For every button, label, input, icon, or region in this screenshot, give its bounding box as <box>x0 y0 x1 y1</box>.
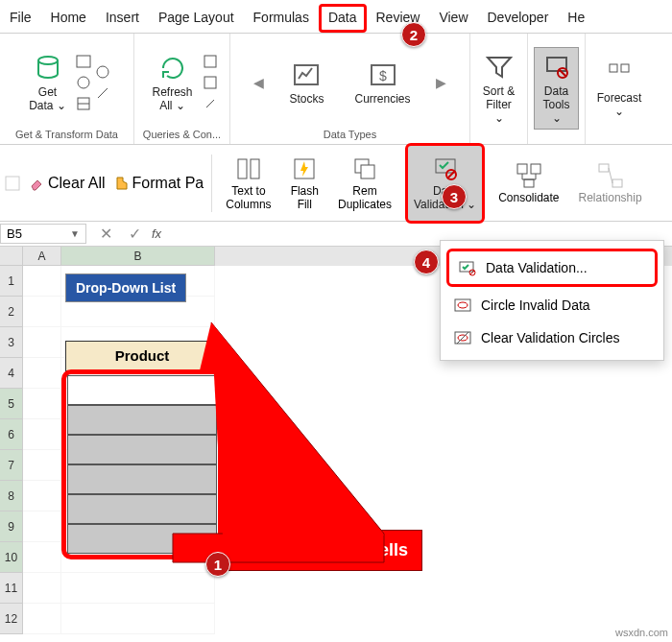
from-text-icon[interactable] <box>76 54 91 69</box>
tab-developer[interactable]: Developer <box>478 4 559 33</box>
svg-rect-1 <box>77 56 90 67</box>
chevron-down-icon[interactable]: ▼ <box>70 228 80 239</box>
relationships-button[interactable]: Relationship <box>573 158 648 208</box>
refresh-all-button[interactable]: Refresh All ⌄ <box>146 49 198 116</box>
select-all-corner[interactable] <box>0 247 23 266</box>
data-tools-icon <box>541 52 572 83</box>
sort-filter-button[interactable]: Sort & Filter ⌄ <box>476 48 521 129</box>
currencies-button[interactable]: $ Currencies <box>348 56 416 109</box>
blank-icon[interactable] <box>4 175 21 192</box>
menu-item-clear-circles[interactable]: Clear Validation Circles <box>444 321 660 354</box>
menu-item-label: Circle Invalid Data <box>481 297 590 313</box>
stocks-icon <box>291 59 322 90</box>
relationships-icon <box>597 162 624 189</box>
row-header[interactable]: 2 <box>0 297 23 327</box>
text-to-columns-label: Text to Columns <box>226 184 271 211</box>
row-header[interactable]: 10 <box>0 542 23 573</box>
forecast-button[interactable]: Forecast ⌄ <box>591 55 648 122</box>
cell[interactable] <box>23 573 61 604</box>
row-header[interactable]: 11 <box>0 573 23 604</box>
tab-insert[interactable]: Insert <box>96 4 149 33</box>
tab-file[interactable]: File <box>0 4 41 33</box>
tab-home[interactable]: Home <box>41 4 96 33</box>
text-to-columns-icon <box>235 155 262 182</box>
get-data-small-buttons <box>76 54 91 111</box>
cell[interactable] <box>23 358 61 389</box>
row-header[interactable]: 5 <box>0 389 23 419</box>
menu-item-circle-invalid[interactable]: Circle Invalid Data <box>444 289 660 321</box>
svg-line-24 <box>447 171 455 178</box>
row-header[interactable]: 3 <box>0 327 23 358</box>
stocks-label: Stocks <box>289 92 324 106</box>
svg-rect-16 <box>6 177 19 190</box>
col-header-a[interactable]: A <box>23 247 61 266</box>
data-validation-button[interactable]: Data Validation ⌄ <box>405 143 485 224</box>
cell[interactable] <box>61 604 215 634</box>
cell[interactable] <box>23 266 61 297</box>
row-header[interactable]: 8 <box>0 481 23 511</box>
svg-rect-25 <box>517 164 527 174</box>
cell[interactable] <box>23 450 61 481</box>
data-validation-menu: Data Validation... Circle Invalid Data C… <box>440 240 664 361</box>
sort-filter-label: Sort & Filter ⌄ <box>482 84 516 125</box>
cell[interactable] <box>23 481 61 511</box>
row-header[interactable]: 9 <box>0 511 23 542</box>
fx-label[interactable]: fx <box>144 226 169 241</box>
recent-sources-icon[interactable] <box>95 64 110 80</box>
tab-view[interactable]: View <box>429 4 477 33</box>
col-header-b[interactable]: B <box>61 247 215 266</box>
get-data-button[interactable]: Get Data ⌄ <box>23 49 72 116</box>
properties-icon[interactable] <box>203 75 218 90</box>
paintbrush-icon <box>113 176 129 191</box>
cell[interactable] <box>23 604 61 634</box>
nav-right-icon[interactable]: ▶ <box>436 75 446 90</box>
svg-rect-28 <box>599 164 609 172</box>
fx-confirm-icon[interactable]: ✓ <box>125 225 144 243</box>
cell[interactable] <box>23 327 61 358</box>
row-header[interactable]: 6 <box>0 419 23 450</box>
row-header[interactable]: 7 <box>0 450 23 481</box>
remove-duplicates-button[interactable]: Rem Duplicates <box>332 152 397 215</box>
svg-rect-21 <box>361 165 374 178</box>
data-tools-button[interactable]: Data Tools ⌄ <box>534 47 579 130</box>
existing-conn-icon[interactable] <box>95 85 110 101</box>
format-painter-button[interactable]: Format Pa <box>113 175 204 192</box>
cell[interactable] <box>23 511 61 542</box>
tab-page-layout[interactable]: Page Layout <box>149 4 244 33</box>
svg-rect-29 <box>612 179 622 187</box>
consolidate-icon <box>516 162 542 189</box>
flash-fill-button[interactable]: Flash Fill <box>285 152 324 215</box>
svg-rect-17 <box>238 159 247 178</box>
remove-duplicates-label: Rem Duplicates <box>338 184 392 211</box>
from-table-icon[interactable] <box>76 96 91 111</box>
svg-line-30 <box>609 168 612 183</box>
edit-links-icon[interactable] <box>203 96 218 111</box>
cell[interactable] <box>23 419 61 450</box>
name-box[interactable]: B5 ▼ <box>0 224 86 244</box>
queries-icon[interactable] <box>203 54 218 69</box>
row-header[interactable]: 12 <box>0 604 23 634</box>
cell[interactable] <box>23 389 61 419</box>
cell[interactable] <box>61 573 215 604</box>
nav-left-icon[interactable]: ◀ <box>253 75 264 90</box>
text-to-columns-button[interactable]: Text to Columns <box>220 152 276 215</box>
cell[interactable] <box>23 542 61 573</box>
tab-formulas[interactable]: Formulas <box>244 4 319 33</box>
consolidate-button[interactable]: Consolidate <box>492 158 564 208</box>
from-web-icon[interactable] <box>76 75 91 90</box>
svg-rect-26 <box>531 164 540 174</box>
row-header[interactable]: 1 <box>0 266 23 297</box>
menu-item-data-validation[interactable]: Data Validation... <box>446 249 658 287</box>
tab-data[interactable]: Data <box>319 4 367 33</box>
clear-all-button[interactable]: Clear All <box>29 175 106 192</box>
step-badge-2: 2 <box>401 22 426 47</box>
fx-cancel-icon[interactable]: ✕ <box>86 225 125 243</box>
tab-help[interactable]: He <box>558 4 594 33</box>
data-tools-label: Data Tools ⌄ <box>540 84 572 125</box>
menu-bar: File Home Insert Page Layout Formulas Da… <box>0 0 672 34</box>
stocks-button[interactable]: Stocks <box>283 56 329 109</box>
relationships-label: Relationship <box>579 191 642 204</box>
svg-rect-15 <box>621 64 629 72</box>
cell[interactable] <box>23 297 61 327</box>
row-header[interactable]: 4 <box>0 358 23 389</box>
